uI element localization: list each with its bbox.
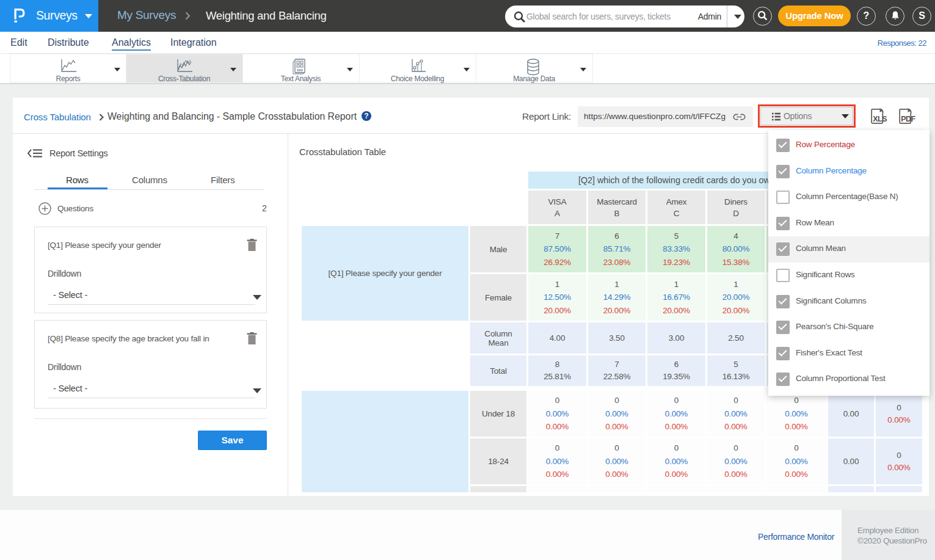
svg-text:PDF: PDF (901, 115, 915, 123)
svg-text:XLS: XLS (873, 115, 887, 123)
